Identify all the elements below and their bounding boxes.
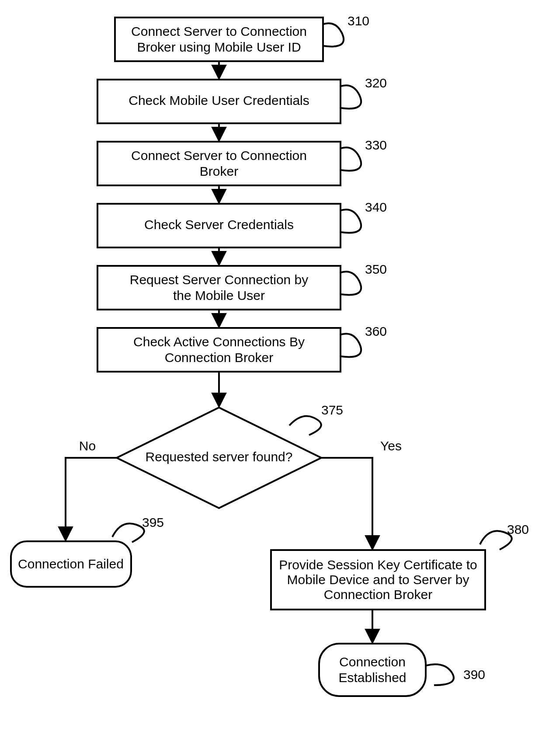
step-380-line1: Provide Session Key Certificate to [279,557,477,572]
step-330-ref-leader [341,147,361,171]
decision-375-ref: 375 [321,403,343,417]
step-320-line1: Check Mobile User Credentials [129,93,309,108]
decision-375-ref-leader [289,416,321,435]
step-330: Connect Server to Connection Broker 330 [97,138,387,185]
step-380-line3: Connection Broker [324,587,432,602]
step-320-ref-leader [341,85,361,108]
step-310-ref: 310 [347,14,369,28]
step-360-line2: Connection Broker [165,350,273,365]
step-350-line1: Request Server Connection by [130,272,309,287]
terminator-390-ref-leader [426,664,454,685]
terminator-395-text: Connection Failed [18,557,124,571]
step-320-ref: 320 [365,76,387,90]
terminator-390-ref: 390 [463,667,485,682]
terminator-390-line1: Connection [339,655,406,669]
arrow-375-no-395 [66,458,117,540]
step-350-ref-leader [341,272,361,295]
step-360-ref-leader [341,334,361,357]
terminator-390: Connection Established 390 [319,644,485,696]
terminator-395: Connection Failed 395 [11,515,164,587]
step-310: Connect Server to Connection Broker usin… [115,14,369,61]
step-330-line2: Broker [200,164,238,178]
step-380: Provide Session Key Certificate to Mobil… [271,522,529,610]
step-380-line2: Mobile Device and to Server by [287,572,469,587]
branch-no-label: No [79,439,96,453]
terminator-395-ref: 395 [142,515,164,530]
step-310-line2: Broker using Mobile User ID [137,40,301,54]
step-360-ref: 360 [365,324,387,338]
step-350-line2: the Mobile User [173,288,265,303]
terminator-390-line2: Established [338,670,406,685]
step-340-ref: 340 [365,200,387,214]
decision-375: Requested server found? 375 [117,403,343,508]
branch-yes-label: Yes [380,439,402,453]
step-330-ref: 330 [365,138,387,152]
step-350-ref: 350 [365,262,387,276]
step-330-line1: Connect Server to Connection [131,148,307,163]
arrow-375-yes-380 [321,458,372,549]
step-340-ref-leader [341,209,361,233]
step-320: Check Mobile User Credentials 320 [97,76,387,123]
decision-375-text: Requested server found? [146,449,293,464]
step-340: Check Server Credentials 340 [97,200,387,247]
step-360-line1: Check Active Connections By [133,334,305,349]
terminator-395-ref-leader [112,523,144,542]
step-340-line1: Check Server Credentials [144,217,294,232]
step-350: Request Server Connection by the Mobile … [97,262,387,310]
step-310-ref-leader [323,23,344,46]
step-360: Check Active Connections By Connection B… [97,324,387,372]
step-380-ref: 380 [507,522,529,537]
step-310-line1: Connect Server to Connection [131,24,307,38]
